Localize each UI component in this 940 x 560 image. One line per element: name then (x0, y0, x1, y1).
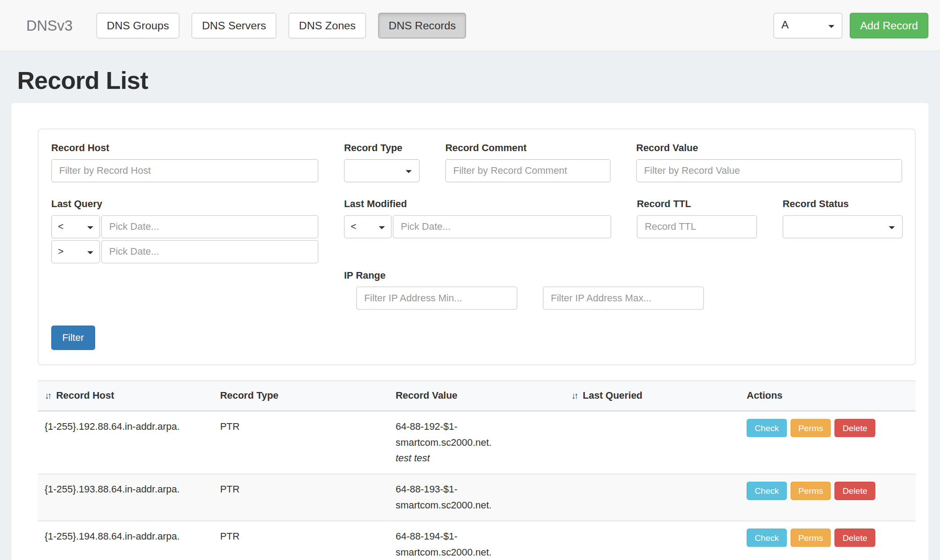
record-comment-input[interactable] (445, 159, 611, 182)
perms-button[interactable]: Perms (791, 419, 831, 437)
delete-button[interactable]: Delete (835, 528, 875, 547)
check-button[interactable]: Check (747, 482, 787, 500)
sort-icon: ↓↑ (44, 390, 50, 400)
record-type-select-value: A (781, 19, 788, 32)
record-ttl-label: Record TTL (637, 199, 757, 210)
last-query-before: < (51, 215, 318, 238)
viewport: DNSv3 DNS Groups DNS Servers DNS Zones D… (0, 0, 940, 560)
delete-button[interactable]: Delete (835, 419, 875, 437)
records-table: ↓↑Record Host Record Type Record Value ↓… (38, 380, 916, 560)
cell-record-value: 64-88-194-$1-smartcom.sc2000.net. (389, 521, 565, 560)
filter-record-host: Record Host (51, 143, 318, 182)
filter-row-1: Record Host Record Type Record Comment (51, 143, 901, 182)
nav-dns-zones[interactable]: DNS Zones (289, 12, 366, 38)
ip-max-input[interactable] (543, 287, 704, 310)
last-query-date-after-input[interactable] (101, 240, 318, 263)
filter-last-modified: Last Modified < (344, 199, 611, 265)
navbar: DNSv3 DNS Groups DNS Servers DNS Zones D… (0, 0, 940, 51)
brand: DNSv3 (26, 17, 72, 34)
record-value-text: 64-88-193-$1-smartcom.sc2000.net. (396, 482, 521, 513)
page: Record List Record Host Record Type (0, 51, 940, 560)
last-query-after: > (51, 240, 318, 263)
cell-actions: CheckPermsDelete (740, 411, 916, 474)
header-record-type: Record Type (213, 381, 389, 411)
ip-range-label: IP Range (344, 270, 902, 281)
table-row: {1-255}.194.88.64.in-addr.arpa. PTR 64-8… (38, 521, 916, 560)
record-comment-text: test test (396, 451, 558, 467)
header-record-host-label: Record Host (56, 390, 114, 400)
content-card: Record Host Record Type Record Comment (12, 103, 928, 560)
record-value-text: 64-88-192-$1-smartcom.sc2000.net. (396, 419, 521, 450)
ip-range-inputs (344, 287, 902, 310)
cell-record-value: 64-88-192-$1-smartcom.sc2000.net. test t… (389, 411, 565, 474)
nav-dns-groups[interactable]: DNS Groups (96, 12, 180, 38)
cell-last-queried (564, 521, 740, 560)
cell-record-host: {1-255}.193.88.64.in-addr.arpa. (38, 474, 213, 521)
last-modified-date-input[interactable] (393, 215, 611, 238)
filter-panel: Record Host Record Type Record Comment (38, 128, 916, 365)
last-query-op-gt-select[interactable]: > (51, 240, 100, 263)
record-status-label: Record Status (783, 199, 903, 210)
filter-last-query: Last Query < > (51, 199, 318, 265)
add-record-button[interactable]: Add Record (850, 12, 928, 38)
nav-dns-records[interactable]: DNS Records (378, 12, 466, 38)
filter-ip-range: IP Range (344, 270, 902, 310)
record-type-select[interactable]: A (773, 12, 842, 38)
cell-record-host: {1-255}.192.88.64.in-addr.arpa. (38, 411, 213, 474)
filter-record-value: Record Value (636, 143, 902, 182)
nav-dns-servers[interactable]: DNS Servers (192, 12, 277, 38)
last-query-date-before-input[interactable] (101, 215, 318, 238)
check-button[interactable]: Check (747, 528, 787, 547)
header-actions: Actions (740, 381, 916, 411)
table-row: {1-255}.193.88.64.in-addr.arpa. PTR 64-8… (38, 474, 916, 521)
cell-record-type: PTR (213, 411, 389, 474)
chevron-down-icon (379, 226, 385, 232)
record-type-filter-select[interactable] (344, 159, 420, 182)
header-record-value: Record Value (389, 381, 565, 411)
last-modified-combo: < (344, 215, 611, 238)
record-value-text: 64-88-194-$1-smartcom.sc2000.net. (396, 528, 521, 560)
chevron-down-icon (889, 226, 895, 232)
op-gt-value: > (58, 246, 64, 257)
cell-actions: CheckPermsDelete (740, 521, 916, 560)
filter-submit-button[interactable]: Filter (51, 326, 95, 350)
record-host-label: Record Host (51, 143, 318, 154)
header-last-queried-label: Last Queried (583, 390, 643, 400)
ip-min-input[interactable] (356, 287, 517, 310)
sort-icon: ↓↑ (571, 390, 577, 400)
record-value-label: Record Value (636, 143, 902, 154)
record-status-select[interactable] (783, 215, 903, 238)
cell-record-type: PTR (213, 521, 389, 560)
perms-button[interactable]: Perms (791, 482, 831, 500)
filter-record-comment: Record Comment (445, 143, 611, 182)
table-row: {1-255}.192.88.64.in-addr.arpa. PTR 64-8… (38, 411, 916, 474)
chevron-down-icon (87, 251, 93, 257)
filter-record-ttl: Record TTL (637, 199, 757, 265)
record-ttl-input[interactable] (637, 215, 757, 238)
last-modified-op-select[interactable]: < (344, 215, 392, 238)
navbar-right: A Add Record (773, 12, 928, 38)
record-type-label: Record Type (344, 143, 420, 154)
filter-row-2: Last Query < > (51, 199, 901, 265)
cell-record-value: 64-88-193-$1-smartcom.sc2000.net. (389, 474, 565, 521)
op-lt-value: < (351, 221, 357, 232)
filter-record-type: Record Type (344, 143, 420, 182)
check-button[interactable]: Check (747, 419, 787, 437)
perms-button[interactable]: Perms (791, 528, 831, 547)
record-comment-label: Record Comment (445, 143, 611, 154)
record-host-input[interactable] (51, 159, 318, 182)
cell-record-host: {1-255}.194.88.64.in-addr.arpa. (38, 521, 213, 560)
filter-record-status: Record Status (783, 199, 903, 265)
page-title: Record List (17, 67, 940, 95)
header-record-host[interactable]: ↓↑Record Host (38, 381, 213, 411)
last-query-op-lt-select[interactable]: < (51, 215, 100, 238)
last-modified-label: Last Modified (344, 199, 611, 210)
chevron-down-icon (406, 170, 412, 176)
cell-record-type: PTR (213, 474, 389, 521)
op-lt-value: < (58, 221, 64, 232)
chevron-down-icon (828, 25, 835, 31)
record-value-input[interactable] (636, 159, 902, 182)
header-last-queried[interactable]: ↓↑Last Queried (564, 381, 740, 411)
cell-actions: CheckPermsDelete (740, 474, 916, 521)
delete-button[interactable]: Delete (835, 482, 875, 500)
